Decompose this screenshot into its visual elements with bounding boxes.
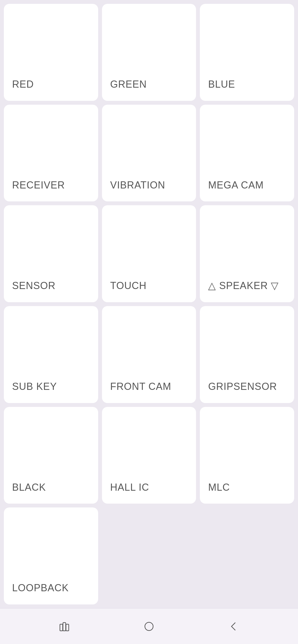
grid-item-touch[interactable]: TOUCH — [102, 205, 196, 302]
grid-item-label-sensor: SENSOR — [12, 280, 56, 291]
grid-item-blue[interactable]: BLUE — [200, 4, 294, 101]
grid-item-mlc[interactable]: MLC — [200, 407, 294, 504]
grid-item-label-mlc: MLC — [208, 482, 230, 493]
grid-item-label-gripsensor: GRIPSENSOR — [208, 381, 277, 392]
grid-item-empty — [102, 507, 196, 604]
grid-item-speaker[interactable]: △ SPEAKER ▽ — [200, 205, 294, 302]
grid-item-hall-ic[interactable]: HALL IC — [102, 407, 196, 504]
grid-item-front-cam[interactable]: FRONT CAM — [102, 306, 196, 403]
grid-item-black[interactable]: BLACK — [4, 407, 98, 504]
svg-rect-2 — [66, 624, 69, 631]
grid-item-red[interactable]: RED — [4, 4, 98, 101]
home-icon[interactable] — [138, 615, 160, 637]
grid-item-label-sub-key: SUB KEY — [12, 381, 57, 392]
grid-item-receiver[interactable]: RECEIVER — [4, 105, 98, 202]
grid-item-mega-cam[interactable]: MEGA CAM — [200, 105, 294, 202]
grid-item-label-red: RED — [12, 79, 34, 90]
grid-item-sensor[interactable]: SENSOR — [4, 205, 98, 302]
grid-item-label-speaker: △ SPEAKER ▽ — [208, 280, 279, 291]
grid-item-label-loopback: LOOPBACK — [12, 582, 69, 593]
grid-item-label-front-cam: FRONT CAM — [110, 381, 171, 392]
grid-item-sub-key[interactable]: SUB KEY — [4, 306, 98, 403]
back-icon[interactable] — [223, 615, 245, 637]
grid-item-loopback[interactable]: LOOPBACK — [4, 507, 98, 604]
grid-item-label-hall-ic: HALL IC — [110, 482, 149, 493]
grid-item-label-touch: TOUCH — [110, 280, 147, 291]
recent-apps-icon[interactable] — [53, 615, 75, 637]
grid-item-gripsensor[interactable]: GRIPSENSOR — [200, 306, 294, 403]
svg-rect-1 — [63, 623, 66, 631]
grid-item-empty — [200, 507, 294, 604]
grid-item-green[interactable]: GREEN — [102, 4, 196, 101]
grid-item-label-blue: BLUE — [208, 79, 235, 90]
test-grid: REDGREENBLUERECEIVERVIBRATIONMEGA CAMSEN… — [0, 0, 298, 608]
grid-item-label-green: GREEN — [110, 79, 147, 90]
grid-item-label-black: BLACK — [12, 482, 46, 493]
grid-item-label-mega-cam: MEGA CAM — [208, 180, 264, 191]
navigation-bar — [0, 608, 298, 644]
svg-point-3 — [145, 622, 153, 631]
grid-item-vibration[interactable]: VIBRATION — [102, 105, 196, 202]
grid-item-label-receiver: RECEIVER — [12, 180, 65, 191]
svg-rect-0 — [60, 624, 63, 631]
grid-item-label-vibration: VIBRATION — [110, 180, 165, 191]
